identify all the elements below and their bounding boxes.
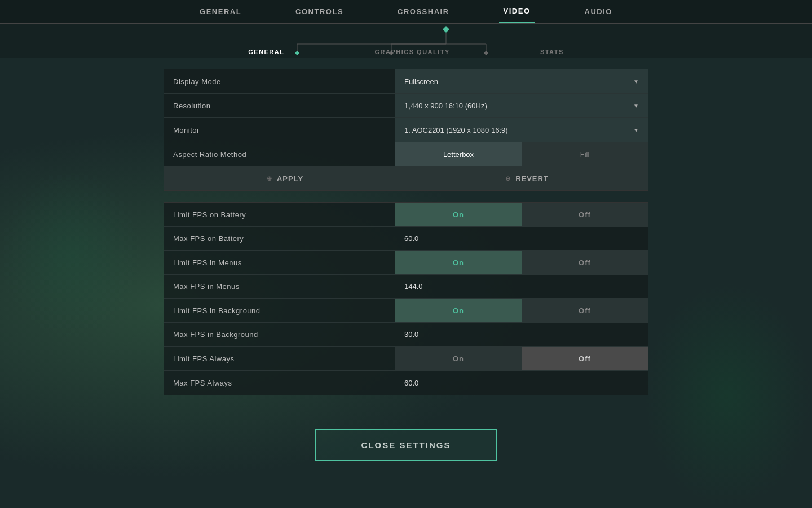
max-fps-menus-control: 144.0 [395,277,648,296]
resolution-control: 1,440 x 900 16:10 (60Hz) ▼ [395,94,648,117]
aspect-letterbox-btn[interactable]: Letterbox [395,142,522,166]
dropdown-arrow-resolution: ▼ [633,103,639,109]
limit-fps-battery-toggle: On Off [395,203,648,226]
resolution-value: 1,440 x 900 16:10 (60Hz) [404,102,487,110]
limit-fps-background-toggle: On Off [395,299,648,322]
limit-fps-always-off-btn[interactable]: Off [522,347,648,370]
limit-fps-menus-off-btn[interactable]: Off [522,251,648,274]
close-settings-button[interactable]: CLOSE SETTINGS [315,429,497,461]
max-fps-menus-row: Max FPS in Menus 144.0 [164,275,648,299]
nav-crosshair[interactable]: CROSSHAIR [393,0,454,23]
resolution-dropdown[interactable]: 1,440 x 900 16:10 (60Hz) ▼ [395,94,648,117]
limit-fps-background-control: On Off [395,299,648,322]
nav-general[interactable]: GENERAL [195,0,246,23]
limit-fps-menus-row: Limit FPS in Menus On Off [164,251,648,275]
close-settings-wrapper: CLOSE SETTINGS [164,429,648,461]
max-fps-background-label: Max FPS in Background [164,325,395,344]
fps-settings-block: Limit FPS on Battery On Off Max FPS on B… [164,202,648,395]
limit-fps-always-label: Limit FPS Always [164,349,395,369]
monitor-control: 1. AOC2201 (1920 x 1080 16:9) ▼ [395,118,648,142]
limit-fps-menus-on-btn[interactable]: On [395,251,522,274]
max-fps-background-value: 30.0 [395,325,427,344]
aspect-ratio-row: Aspect Ratio Method Letterbox Fill [164,142,648,167]
max-fps-battery-label: Max FPS on Battery [164,229,395,248]
resolution-row: Resolution 1,440 x 900 16:10 (60Hz) ▼ [164,94,648,118]
apply-icon: ⊕ [267,175,272,182]
display-mode-value: Fullscreen [404,77,438,86]
dropdown-arrow-monitor: ▼ [633,127,639,133]
monitor-label: Monitor [164,120,395,140]
revert-label: REVERT [515,174,549,183]
limit-fps-always-toggle: On Off [395,347,648,370]
main-content: Display Mode Fullscreen ▼ Resolution 1,4… [0,58,812,472]
dropdown-arrow-display-mode: ▼ [633,78,639,85]
display-settings-block: Display Mode Fullscreen ▼ Resolution 1,4… [164,69,648,191]
limit-fps-menus-label: Limit FPS in Menus [164,253,395,273]
apply-button[interactable]: ⊕ APPLY [164,167,406,190]
limit-fps-battery-label: Limit FPS on Battery [164,205,395,225]
limit-fps-battery-off-btn[interactable]: Off [522,203,648,226]
subtab-graphics-quality[interactable]: GRAPHICS QUALITY [374,49,449,55]
display-mode-row: Display Mode Fullscreen ▼ [164,69,648,94]
limit-fps-background-row: Limit FPS in Background On Off [164,299,648,323]
display-mode-control: Fullscreen ▼ [395,69,648,93]
limit-fps-menus-toggle: On Off [395,251,648,274]
max-fps-always-label: Max FPS Always [164,373,395,393]
max-fps-always-value: 60.0 [395,373,427,393]
subtab-stats[interactable]: STATS [540,49,564,55]
apply-label: APPLY [277,174,303,183]
limit-fps-background-on-btn[interactable]: On [395,299,522,322]
limit-fps-battery-row: Limit FPS on Battery On Off [164,203,648,227]
limit-fps-always-control: On Off [395,347,648,370]
max-fps-battery-row: Max FPS on Battery 60.0 [164,227,648,251]
max-fps-battery-value: 60.0 [395,229,427,248]
limit-fps-background-off-btn[interactable]: Off [522,299,648,322]
revert-icon: ⊖ [505,175,511,182]
nav-audio[interactable]: AUDIO [580,0,617,23]
max-fps-battery-control: 60.0 [395,229,648,248]
display-mode-dropdown[interactable]: Fullscreen ▼ [395,69,648,93]
monitor-value: 1. AOC2201 (1920 x 1080 16:9) [404,126,508,134]
max-fps-menus-label: Max FPS in Menus [164,277,395,296]
nav-video[interactable]: VIDEO [499,0,535,23]
svg-marker-0 [443,26,449,33]
max-fps-always-row: Max FPS Always 60.0 [164,371,648,395]
subtab-general[interactable]: GENERAL [248,49,284,55]
limit-fps-battery-control: On Off [395,203,648,226]
max-fps-always-control: 60.0 [395,373,648,393]
monitor-dropdown[interactable]: 1. AOC2201 (1920 x 1080 16:9) ▼ [395,118,648,142]
apply-revert-row: ⊕ APPLY ⊖ REVERT [164,167,648,190]
limit-fps-always-on-btn[interactable]: On [395,347,522,370]
revert-button[interactable]: ⊖ REVERT [406,167,648,190]
nav-controls[interactable]: CONTROLS [291,0,348,23]
max-fps-background-row: Max FPS in Background 30.0 [164,323,648,347]
limit-fps-menus-control: On Off [395,251,648,274]
limit-fps-background-label: Limit FPS in Background [164,301,395,321]
limit-fps-always-row: Limit FPS Always On Off [164,347,648,371]
aspect-ratio-label: Aspect Ratio Method [164,144,395,164]
max-fps-background-control: 30.0 [395,325,648,344]
aspect-ratio-control: Letterbox Fill [395,142,648,166]
display-mode-label: Display Mode [164,72,395,91]
top-navigation: GENERAL CONTROLS CROSSHAIR VIDEO AUDIO [0,0,812,24]
monitor-row: Monitor 1. AOC2201 (1920 x 1080 16:9) ▼ [164,118,648,142]
max-fps-menus-value: 144.0 [395,277,432,296]
limit-fps-battery-on-btn[interactable]: On [395,203,522,226]
aspect-toggle-group: Letterbox Fill [395,142,648,166]
aspect-fill-btn[interactable]: Fill [522,142,648,166]
resolution-label: Resolution [164,96,395,116]
